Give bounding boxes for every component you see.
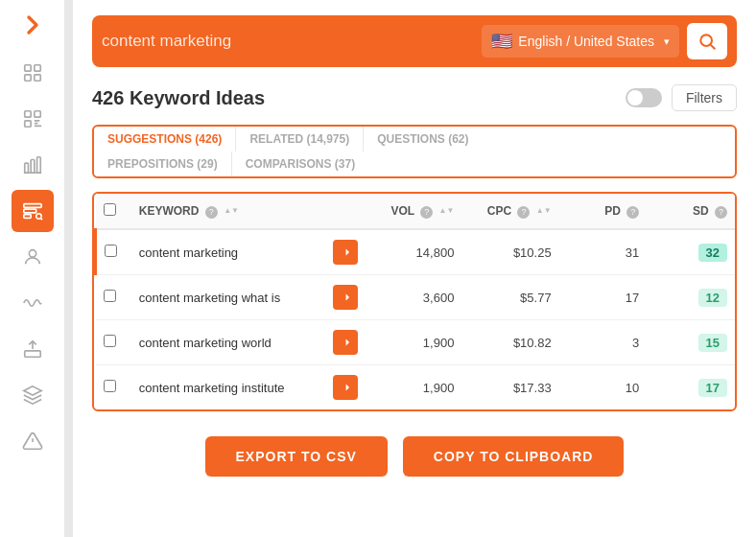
cpc-cell: $10.82 (461, 320, 558, 365)
copy-clipboard-button[interactable]: COPY TO CLIPBOARD (403, 436, 625, 477)
sidebar-item-trend[interactable] (12, 282, 54, 324)
keyword-cell: content marketing world (131, 320, 366, 365)
keyword-text: content marketing world (139, 336, 272, 350)
svg-rect-2 (24, 75, 30, 81)
tab-prepositions[interactable]: PREPOSITIONS (29) (94, 152, 232, 176)
language-label: English / United States (518, 34, 654, 49)
sidebar-item-user[interactable] (12, 236, 54, 278)
keyword-text: content marketing (139, 245, 238, 260)
sd-badge: 15 (698, 334, 727, 352)
vol-sort-icon[interactable]: ▲▼ (439, 207, 455, 215)
svg-rect-12 (23, 209, 35, 213)
keyword-arrow-button[interactable] (333, 240, 358, 265)
tab-row-1: SUGGESTIONS (426) RELATED (14,975) QUEST… (94, 127, 483, 152)
keyword-arrow-button[interactable] (333, 285, 358, 310)
svg-rect-4 (24, 111, 30, 117)
vol-cell: 1,900 (366, 365, 461, 410)
row-checkbox[interactable] (104, 380, 116, 392)
filters-button[interactable]: Filters (672, 84, 737, 111)
sidebar-item-keyword[interactable] (12, 190, 54, 232)
keyword-table-section: KEYWORD ? ▲▼ VOL ? ▲▼ CPC ? ▲▼ (92, 192, 737, 411)
chevron-down-icon: ▾ (664, 35, 670, 48)
sd-badge: 17 (698, 379, 727, 397)
sidebar (0, 0, 65, 537)
vol-info-icon: ? (420, 206, 433, 219)
row-checkbox-cell (96, 229, 131, 275)
row-checkbox[interactable] (104, 290, 116, 302)
sidebar-toggle[interactable] (17, 10, 48, 40)
th-keyword: KEYWORD ? ▲▼ (131, 194, 366, 229)
svg-rect-9 (36, 157, 40, 174)
sidebar-item-warning[interactable] (12, 420, 54, 462)
select-all-checkbox[interactable] (104, 203, 116, 216)
pd-cell: 31 (559, 229, 648, 275)
svg-line-21 (711, 45, 716, 50)
table-row: content marketing 14,800$10.253132 (96, 229, 736, 275)
checkbox-header (96, 194, 131, 229)
sidebar-item-upload[interactable] (12, 328, 54, 370)
keyword-count: 426 Keyword Ideas (92, 87, 265, 109)
th-sd: SD ? (647, 194, 735, 229)
vol-cell: 14,800 (366, 229, 461, 275)
vol-cell: 1,900 (366, 320, 461, 365)
main-content: content marketing 🇺🇸 English / United St… (73, 0, 756, 537)
sidebar-item-analytics[interactable] (12, 98, 54, 140)
pd-cell: 3 (559, 320, 648, 365)
tab-suggestions[interactable]: SUGGESTIONS (426) (94, 127, 236, 152)
tab-related[interactable]: RELATED (14,975) (236, 127, 364, 152)
search-button[interactable] (687, 23, 727, 59)
svg-point-14 (35, 214, 40, 220)
search-bar: content marketing 🇺🇸 English / United St… (92, 15, 737, 67)
row-checkbox[interactable] (105, 245, 117, 257)
cpc-info-icon: ? (517, 206, 530, 219)
th-vol: VOL ? ▲▼ (366, 194, 461, 229)
left-scrollbar[interactable] (65, 0, 73, 537)
sd-cell: 32 (647, 229, 735, 275)
sd-cell: 17 (647, 365, 735, 410)
filter-toggle[interactable] (626, 88, 662, 107)
svg-rect-8 (31, 160, 35, 174)
language-selector[interactable]: 🇺🇸 English / United States ▾ (482, 25, 679, 58)
sd-info-icon: ? (715, 206, 727, 219)
table-row: content marketing world 1,900$10.82315 (96, 320, 736, 365)
svg-rect-17 (24, 351, 40, 357)
cpc-cell: $17.33 (461, 365, 558, 410)
cpc-cell: $5.77 (461, 275, 558, 320)
row-checkbox-cell (96, 365, 131, 410)
flag-icon: 🇺🇸 (491, 31, 512, 52)
tab-comparisons[interactable]: COMPARISONS (37) (232, 152, 368, 176)
keyword-info-icon: ? (205, 206, 218, 219)
svg-rect-6 (24, 121, 30, 127)
keyword-cell: content marketing what is (131, 275, 366, 320)
cpc-sort-icon[interactable]: ▲▼ (536, 207, 552, 215)
table-row: content marketing institute 1,900$17.331… (96, 365, 736, 410)
th-pd: PD ? (559, 194, 648, 229)
keyword-arrow-button[interactable] (333, 330, 358, 355)
pd-info-icon: ? (626, 206, 639, 219)
keyword-sort-icon[interactable]: ▲▼ (224, 207, 239, 215)
vol-cell: 3,600 (366, 275, 461, 320)
svg-line-15 (40, 219, 41, 220)
svg-rect-1 (34, 65, 39, 71)
keyword-table: KEYWORD ? ▲▼ VOL ? ▲▼ CPC ? ▲▼ (94, 194, 735, 409)
sidebar-item-dashboard[interactable] (12, 52, 54, 94)
svg-rect-3 (34, 75, 39, 81)
sidebar-item-bar-chart[interactable] (12, 144, 54, 186)
tab-questions[interactable]: QUESTIONS (62) (364, 127, 482, 152)
keyword-arrow-button[interactable] (333, 375, 358, 400)
svg-point-16 (29, 250, 35, 257)
search-input[interactable]: content marketing (102, 32, 474, 51)
pd-cell: 10 (559, 365, 648, 410)
row-checkbox-cell (96, 320, 131, 365)
svg-point-20 (700, 35, 712, 46)
sd-cell: 15 (647, 320, 735, 365)
row-checkbox[interactable] (104, 335, 116, 347)
tab-row-2: PREPOSITIONS (29) COMPARISONS (37) (94, 152, 368, 176)
bottom-buttons: EXPORT TO CSV COPY TO CLIPBOARD (92, 427, 737, 480)
export-csv-button[interactable]: EXPORT TO CSV (205, 436, 388, 477)
svg-rect-13 (23, 215, 30, 219)
sidebar-item-layers[interactable] (12, 374, 54, 416)
th-cpc: CPC ? ▲▼ (461, 194, 558, 229)
svg-rect-7 (24, 163, 28, 173)
row-checkbox-cell (96, 275, 131, 320)
